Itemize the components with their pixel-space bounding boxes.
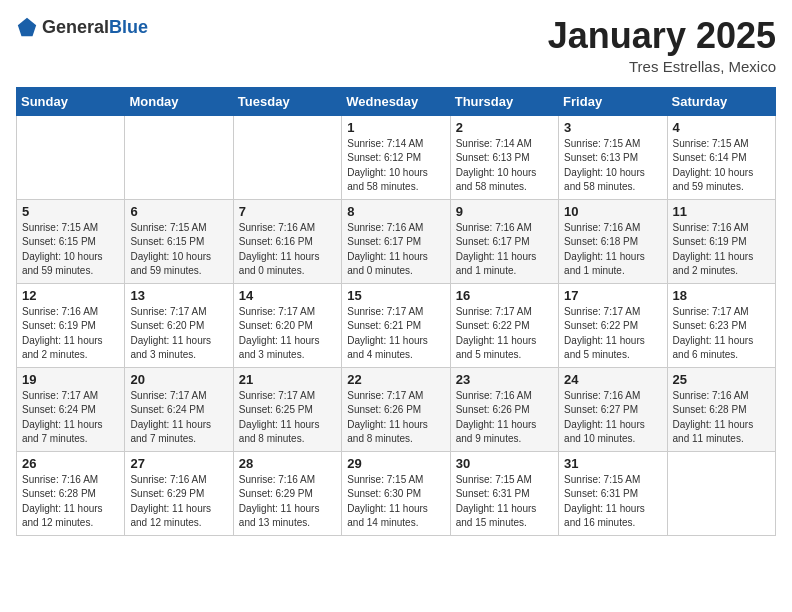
day-info: Sunrise: 7:17 AMSunset: 6:24 PMDaylight:… xyxy=(130,389,227,447)
day-number: 2 xyxy=(456,120,553,135)
daylight-hours: Daylight: 10 hours and 58 minutes. xyxy=(347,166,444,195)
day-info: Sunrise: 7:17 AMSunset: 6:20 PMDaylight:… xyxy=(239,305,336,363)
daylight-hours: Daylight: 11 hours and 3 minutes. xyxy=(239,334,336,363)
svg-marker-0 xyxy=(18,18,36,36)
day-info: Sunrise: 7:15 AMSunset: 6:15 PMDaylight:… xyxy=(22,221,119,279)
day-number: 27 xyxy=(130,456,227,471)
day-info: Sunrise: 7:15 AMSunset: 6:14 PMDaylight:… xyxy=(673,137,770,195)
calendar-cell: 1Sunrise: 7:14 AMSunset: 6:12 PMDaylight… xyxy=(342,115,450,199)
day-number: 29 xyxy=(347,456,444,471)
calendar-cell: 31Sunrise: 7:15 AMSunset: 6:31 PMDayligh… xyxy=(559,451,667,535)
daylight-hours: Daylight: 11 hours and 1 minute. xyxy=(564,250,661,279)
calendar-cell: 20Sunrise: 7:17 AMSunset: 6:24 PMDayligh… xyxy=(125,367,233,451)
daylight-hours: Daylight: 11 hours and 3 minutes. xyxy=(130,334,227,363)
daylight-hours: Daylight: 11 hours and 5 minutes. xyxy=(456,334,553,363)
title-block: January 2025 Tres Estrellas, Mexico xyxy=(548,16,776,75)
day-number: 5 xyxy=(22,204,119,219)
calendar-cell: 11Sunrise: 7:16 AMSunset: 6:19 PMDayligh… xyxy=(667,199,775,283)
calendar-cell: 8Sunrise: 7:16 AMSunset: 6:17 PMDaylight… xyxy=(342,199,450,283)
day-info: Sunrise: 7:16 AMSunset: 6:26 PMDaylight:… xyxy=(456,389,553,447)
calendar-cell xyxy=(125,115,233,199)
day-info: Sunrise: 7:16 AMSunset: 6:17 PMDaylight:… xyxy=(347,221,444,279)
daylight-hours: Daylight: 11 hours and 10 minutes. xyxy=(564,418,661,447)
calendar-table: SundayMondayTuesdayWednesdayThursdayFrid… xyxy=(16,87,776,536)
daylight-hours: Daylight: 11 hours and 8 minutes. xyxy=(347,418,444,447)
calendar-cell: 22Sunrise: 7:17 AMSunset: 6:26 PMDayligh… xyxy=(342,367,450,451)
calendar-cell: 15Sunrise: 7:17 AMSunset: 6:21 PMDayligh… xyxy=(342,283,450,367)
weekday-header-friday: Friday xyxy=(559,87,667,115)
weekday-header-row: SundayMondayTuesdayWednesdayThursdayFrid… xyxy=(17,87,776,115)
daylight-hours: Daylight: 11 hours and 8 minutes. xyxy=(239,418,336,447)
day-info: Sunrise: 7:17 AMSunset: 6:21 PMDaylight:… xyxy=(347,305,444,363)
calendar-cell: 13Sunrise: 7:17 AMSunset: 6:20 PMDayligh… xyxy=(125,283,233,367)
daylight-hours: Daylight: 11 hours and 4 minutes. xyxy=(347,334,444,363)
day-info: Sunrise: 7:15 AMSunset: 6:31 PMDaylight:… xyxy=(564,473,661,531)
calendar-cell: 21Sunrise: 7:17 AMSunset: 6:25 PMDayligh… xyxy=(233,367,341,451)
calendar-week-row: 12Sunrise: 7:16 AMSunset: 6:19 PMDayligh… xyxy=(17,283,776,367)
daylight-hours: Daylight: 10 hours and 59 minutes. xyxy=(673,166,770,195)
daylight-hours: Daylight: 11 hours and 9 minutes. xyxy=(456,418,553,447)
daylight-hours: Daylight: 10 hours and 59 minutes. xyxy=(130,250,227,279)
calendar-title: January 2025 xyxy=(548,16,776,56)
calendar-week-row: 26Sunrise: 7:16 AMSunset: 6:28 PMDayligh… xyxy=(17,451,776,535)
weekday-header-saturday: Saturday xyxy=(667,87,775,115)
calendar-cell: 27Sunrise: 7:16 AMSunset: 6:29 PMDayligh… xyxy=(125,451,233,535)
day-number: 31 xyxy=(564,456,661,471)
calendar-cell: 24Sunrise: 7:16 AMSunset: 6:27 PMDayligh… xyxy=(559,367,667,451)
calendar-week-row: 19Sunrise: 7:17 AMSunset: 6:24 PMDayligh… xyxy=(17,367,776,451)
daylight-hours: Daylight: 11 hours and 16 minutes. xyxy=(564,502,661,531)
calendar-cell: 9Sunrise: 7:16 AMSunset: 6:17 PMDaylight… xyxy=(450,199,558,283)
daylight-hours: Daylight: 11 hours and 6 minutes. xyxy=(673,334,770,363)
day-info: Sunrise: 7:16 AMSunset: 6:19 PMDaylight:… xyxy=(22,305,119,363)
calendar-week-row: 1Sunrise: 7:14 AMSunset: 6:12 PMDaylight… xyxy=(17,115,776,199)
day-info: Sunrise: 7:15 AMSunset: 6:31 PMDaylight:… xyxy=(456,473,553,531)
page-header: GeneralBlue January 2025 Tres Estrellas,… xyxy=(16,16,776,75)
day-number: 13 xyxy=(130,288,227,303)
day-info: Sunrise: 7:16 AMSunset: 6:18 PMDaylight:… xyxy=(564,221,661,279)
daylight-hours: Daylight: 11 hours and 15 minutes. xyxy=(456,502,553,531)
day-number: 8 xyxy=(347,204,444,219)
daylight-hours: Daylight: 11 hours and 7 minutes. xyxy=(22,418,119,447)
calendar-cell: 2Sunrise: 7:14 AMSunset: 6:13 PMDaylight… xyxy=(450,115,558,199)
day-info: Sunrise: 7:16 AMSunset: 6:29 PMDaylight:… xyxy=(130,473,227,531)
weekday-header-monday: Monday xyxy=(125,87,233,115)
calendar-cell: 17Sunrise: 7:17 AMSunset: 6:22 PMDayligh… xyxy=(559,283,667,367)
calendar-cell: 5Sunrise: 7:15 AMSunset: 6:15 PMDaylight… xyxy=(17,199,125,283)
day-number: 3 xyxy=(564,120,661,135)
daylight-hours: Daylight: 11 hours and 0 minutes. xyxy=(347,250,444,279)
day-number: 4 xyxy=(673,120,770,135)
logo-icon xyxy=(16,16,38,38)
logo-blue: Blue xyxy=(109,17,148,37)
calendar-cell: 12Sunrise: 7:16 AMSunset: 6:19 PMDayligh… xyxy=(17,283,125,367)
day-info: Sunrise: 7:15 AMSunset: 6:30 PMDaylight:… xyxy=(347,473,444,531)
day-number: 1 xyxy=(347,120,444,135)
calendar-cell: 6Sunrise: 7:15 AMSunset: 6:15 PMDaylight… xyxy=(125,199,233,283)
daylight-hours: Daylight: 11 hours and 5 minutes. xyxy=(564,334,661,363)
day-info: Sunrise: 7:17 AMSunset: 6:20 PMDaylight:… xyxy=(130,305,227,363)
day-number: 28 xyxy=(239,456,336,471)
daylight-hours: Daylight: 11 hours and 1 minute. xyxy=(456,250,553,279)
calendar-subtitle: Tres Estrellas, Mexico xyxy=(548,58,776,75)
day-number: 6 xyxy=(130,204,227,219)
day-number: 21 xyxy=(239,372,336,387)
day-info: Sunrise: 7:16 AMSunset: 6:27 PMDaylight:… xyxy=(564,389,661,447)
calendar-cell: 3Sunrise: 7:15 AMSunset: 6:13 PMDaylight… xyxy=(559,115,667,199)
calendar-week-row: 5Sunrise: 7:15 AMSunset: 6:15 PMDaylight… xyxy=(17,199,776,283)
day-info: Sunrise: 7:17 AMSunset: 6:22 PMDaylight:… xyxy=(564,305,661,363)
weekday-header-tuesday: Tuesday xyxy=(233,87,341,115)
day-info: Sunrise: 7:15 AMSunset: 6:13 PMDaylight:… xyxy=(564,137,661,195)
day-info: Sunrise: 7:16 AMSunset: 6:16 PMDaylight:… xyxy=(239,221,336,279)
calendar-cell: 18Sunrise: 7:17 AMSunset: 6:23 PMDayligh… xyxy=(667,283,775,367)
day-number: 10 xyxy=(564,204,661,219)
day-number: 22 xyxy=(347,372,444,387)
calendar-cell: 19Sunrise: 7:17 AMSunset: 6:24 PMDayligh… xyxy=(17,367,125,451)
daylight-hours: Daylight: 10 hours and 58 minutes. xyxy=(456,166,553,195)
daylight-hours: Daylight: 11 hours and 12 minutes. xyxy=(22,502,119,531)
calendar-cell: 25Sunrise: 7:16 AMSunset: 6:28 PMDayligh… xyxy=(667,367,775,451)
calendar-cell: 23Sunrise: 7:16 AMSunset: 6:26 PMDayligh… xyxy=(450,367,558,451)
logo-general: General xyxy=(42,17,109,37)
calendar-cell: 29Sunrise: 7:15 AMSunset: 6:30 PMDayligh… xyxy=(342,451,450,535)
weekday-header-thursday: Thursday xyxy=(450,87,558,115)
weekday-header-sunday: Sunday xyxy=(17,87,125,115)
calendar-cell: 10Sunrise: 7:16 AMSunset: 6:18 PMDayligh… xyxy=(559,199,667,283)
